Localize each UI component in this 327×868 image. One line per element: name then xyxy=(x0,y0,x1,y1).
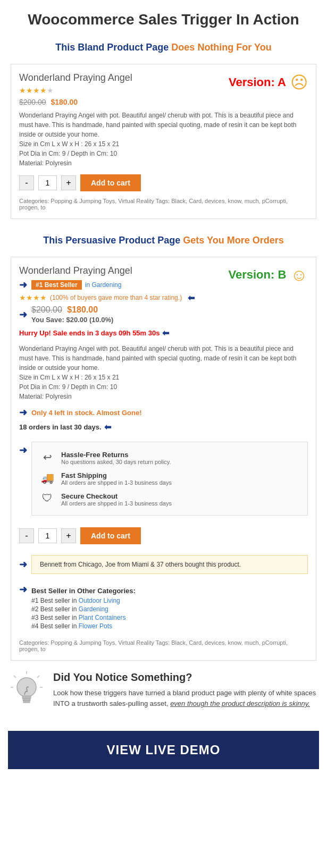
svg-line-3 xyxy=(14,676,16,678)
recent-buyers-row: ➜ Bennett from Chicago, Joe from Miami &… xyxy=(19,551,308,578)
best-seller-category: in Gardening xyxy=(85,281,122,289)
section-heading-b-orange: Gets You More Orders xyxy=(183,235,283,246)
version-a-label: Version: A xyxy=(229,75,286,89)
svg-line-1 xyxy=(37,676,39,678)
notice-paragraph: Look how these triggers have turned a bl… xyxy=(53,688,319,710)
version-a-product-box: Version: A ☹ Wonderland Praying Angel ★★… xyxy=(11,64,316,219)
arrow-hurry: ⬅ xyxy=(162,328,169,338)
trust-checkout-desc: All orders are shpped in 1-3 business da… xyxy=(61,500,172,507)
version-b-price-sale: $180.00 xyxy=(67,305,98,314)
best-sellers-title: Best Seller in Other Categories: xyxy=(31,587,136,595)
arrow-stock: ➜ xyxy=(19,407,27,418)
sad-face-icon: ☹ xyxy=(290,72,308,92)
best-seller-1-link[interactable]: Outdoor Living xyxy=(79,597,120,604)
trust-checkout: 🛡 Secure Checkout All orders are shpped … xyxy=(40,489,299,510)
section-heading-b: This Persuasive Product Page Gets You Mo… xyxy=(0,230,327,251)
version-a-description: Wonderland Praying Angel with pot. Beaut… xyxy=(19,111,308,168)
orders-row: 18 orders in last 30 days. ⬅ xyxy=(19,422,308,432)
trust-returns-label: Hassle-Free Returns xyxy=(61,451,171,459)
best-seller-badge: #1 Best Seller xyxy=(31,280,82,290)
version-b-price-row: ➜ $200.00 $180.00 You Save: $20.00 (10.0… xyxy=(19,305,308,324)
rating-row: ★★★★ (100% of buyers gave more than 4 st… xyxy=(19,293,308,303)
recent-buyers: Bennett from Chicago, Joe from Miami & 3… xyxy=(31,555,308,574)
arrow-trust: ➜ xyxy=(19,444,27,456)
best-seller-3: #3 Best seller in Plant Containers xyxy=(31,614,136,621)
version-a-price-sale: $180.00 xyxy=(51,98,78,106)
arrow-orders: ⬅ xyxy=(104,422,111,432)
notice-italic: even though the product description is s… xyxy=(170,700,310,707)
best-seller-4: #4 Best seller in Flower Pots xyxy=(31,622,136,630)
version-b-description: Wonderland Praying Angel with pot. Beaut… xyxy=(19,344,308,401)
notice-text: Did You Notice Something? Look how these… xyxy=(53,671,319,710)
version-a-price-original: $200.00 xyxy=(19,98,46,106)
version-a-qty-minus[interactable]: - xyxy=(19,175,34,190)
notice-section: Did You Notice Something? Look how these… xyxy=(8,671,319,720)
trust-shipping-label: Fast Shipping xyxy=(61,471,172,479)
best-seller-others-row: ➜ Best Seller in Other Categories: #1 Be… xyxy=(19,583,308,635)
version-a-categories: Categories: Popping & Jumping Toys, Virt… xyxy=(19,198,308,210)
hurry-up-text: Hurry Up! Sale ends in 3 days 09h 55m 30… xyxy=(19,329,160,337)
arrow-price: ➜ xyxy=(19,309,27,321)
page-title: Woocommerce Sales Trigger In Action xyxy=(0,0,327,37)
hurry-up-row: Hurry Up! Sale ends in 3 days 09h 55m 30… xyxy=(19,326,308,340)
best-seller-others: Best Seller in Other Categories: #1 Best… xyxy=(31,587,136,631)
returns-icon: ↩ xyxy=(40,451,55,464)
trust-shipping-desc: All orders are shpped in 1-3 business da… xyxy=(61,479,172,486)
trust-checkout-label: Secure Checkout xyxy=(61,492,172,500)
trust-returns: ↩ Hassle-Free Returns No questions asked… xyxy=(40,448,299,468)
notice-heading: Did You Notice Something? xyxy=(53,671,319,684)
trust-row: ➜ ↩ Hassle-Free Returns No questions ask… xyxy=(19,436,308,521)
version-b-product-box: Version: B ☺ Wonderland Praying Angel ➜ … xyxy=(11,257,316,661)
stock-row: ➜ Only 4 left in stock. Almost Gone! xyxy=(19,406,308,420)
arrow-best-sellers: ➜ xyxy=(19,584,27,595)
bulb-icon xyxy=(8,671,45,720)
version-a-qty-cart: - + Add to cart xyxy=(19,174,308,191)
secure-icon: 🛡 xyxy=(40,492,55,504)
version-b-qty-input[interactable] xyxy=(38,528,57,543)
version-b-price-original: $200.00 xyxy=(31,305,62,314)
rating-text: (100% of buyers gave more than 4 star ra… xyxy=(50,294,182,301)
version-a-add-to-cart[interactable]: Add to cart xyxy=(80,174,141,191)
version-a-qty-plus[interactable]: + xyxy=(61,175,76,190)
version-b-stars: ★★★★ xyxy=(19,293,47,302)
cta-button[interactable]: VIEW LIVE DEMO xyxy=(8,731,319,769)
best-seller-2: #2 Best seller in Gardening xyxy=(31,605,136,613)
svg-rect-7 xyxy=(23,698,30,701)
version-b-add-to-cart[interactable]: Add to cart xyxy=(80,527,141,544)
arrow-buyers: ➜ xyxy=(19,559,27,570)
svg-rect-8 xyxy=(23,701,30,703)
orders-text: 18 orders in last 30 days. xyxy=(19,423,102,431)
best-seller-3-link[interactable]: Plant Containers xyxy=(79,614,126,621)
version-a-qty-input[interactable] xyxy=(38,175,57,190)
stock-text: Only 4 left in stock. Almost Gone! xyxy=(31,409,142,417)
trust-box: ↩ Hassle-Free Returns No questions asked… xyxy=(31,442,308,516)
version-b-qty-cart: - + Add to cart xyxy=(19,527,308,544)
version-a-price-row: $200.00 $180.00 xyxy=(19,98,308,106)
best-seller-1: #1 Best seller in Outdoor Living xyxy=(31,597,136,604)
best-seller-row: ➜ #1 Best Seller in Gardening xyxy=(19,279,308,291)
section-heading-a-orange: Does Nothing For You xyxy=(171,42,271,53)
arrow-best-seller: ➜ xyxy=(19,279,27,291)
trust-returns-desc: No questions asked, 30 days return polic… xyxy=(61,459,171,465)
section-heading-a: This Bland Product Page Does Nothing For… xyxy=(0,37,327,58)
version-b-categories: Categories: Popping & Jumping Toys, Virt… xyxy=(19,639,308,652)
shipping-icon: 🚚 xyxy=(40,471,55,484)
section-heading-a-blue: This Bland Product Page xyxy=(55,42,169,53)
best-seller-4-link[interactable]: Flower Pots xyxy=(79,622,112,630)
section-heading-b-blue: This Persuasive Product Page xyxy=(43,235,180,246)
svg-rect-6 xyxy=(22,696,31,698)
arrow-rating: ⬅ xyxy=(188,293,195,303)
version-a-badge: Version: A ☹ xyxy=(229,72,308,92)
best-seller-2-link[interactable]: Gardening xyxy=(79,605,108,613)
you-save-text: You Save: $20.00 (10.0%) xyxy=(31,316,113,324)
version-b-qty-plus[interactable]: + xyxy=(61,528,76,543)
version-b-qty-minus[interactable]: - xyxy=(19,528,34,543)
trust-shipping: 🚚 Fast Shipping All orders are shpped in… xyxy=(40,468,299,489)
